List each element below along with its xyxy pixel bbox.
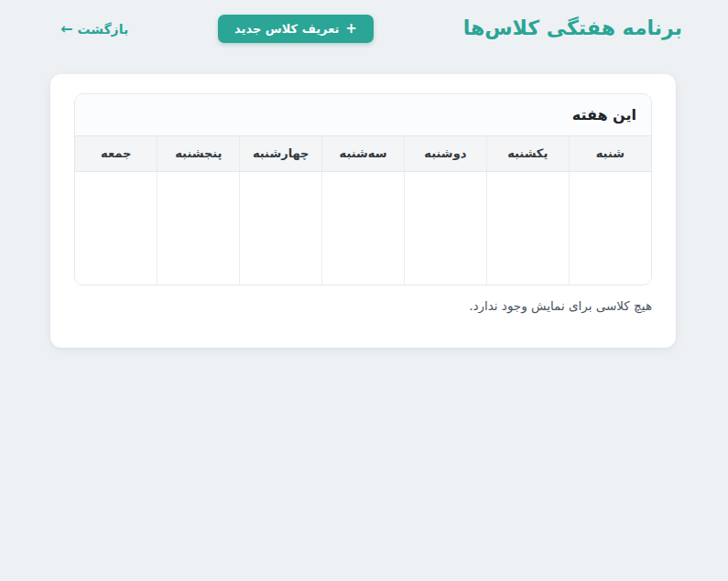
schedule-card: این هفته شنبه یکشنبه دوشنبه سه‌شنبه چهار…	[50, 74, 676, 348]
schedule-body-row	[75, 171, 651, 285]
page: { "colors": { "accent": "#2aa596", "page…	[0, 0, 728, 581]
day-cell-sunday	[486, 171, 569, 285]
day-header-saturday: شنبه	[569, 135, 651, 171]
day-cell-saturday	[569, 171, 651, 285]
page-title: برنامه هفتگی کلاس‌ها	[463, 15, 682, 43]
back-link[interactable]: بازگشت ←	[60, 22, 128, 37]
empty-message: هیچ کلاسی برای نمایش وجود ندارد.	[74, 298, 652, 313]
back-arrow-icon: ←	[60, 22, 72, 37]
plus-icon: +	[345, 22, 357, 36]
week-caption-row: این هفته	[75, 94, 651, 135]
days-header-row: شنبه یکشنبه دوشنبه سه‌شنبه چهارشنبه پنجش…	[75, 135, 651, 171]
day-header-monday: دوشنبه	[404, 135, 486, 171]
topbar: برنامه هفتگی کلاس‌ها + تعریف کلاس جدید ب…	[0, 0, 728, 43]
day-header-sunday: یکشنبه	[486, 135, 569, 171]
new-class-button[interactable]: + تعریف کلاس جدید	[218, 15, 374, 43]
schedule-table-wrapper: این هفته شنبه یکشنبه دوشنبه سه‌شنبه چهار…	[74, 93, 652, 285]
day-header-wednesday: چهارشنبه	[240, 135, 322, 171]
schedule-table: این هفته شنبه یکشنبه دوشنبه سه‌شنبه چهار…	[75, 94, 651, 285]
day-header-friday: جمعه	[75, 135, 158, 171]
day-cell-thursday	[158, 171, 240, 285]
back-link-label: بازگشت	[77, 22, 128, 37]
day-header-thursday: پنجشنبه	[158, 135, 240, 171]
new-class-button-label: تعریف کلاس جدید	[234, 22, 339, 36]
week-caption: این هفته	[75, 94, 651, 135]
day-header-tuesday: سه‌شنبه	[322, 135, 405, 171]
day-cell-friday	[75, 171, 158, 285]
day-cell-tuesday	[322, 171, 405, 285]
day-cell-wednesday	[240, 171, 322, 285]
day-cell-monday	[404, 171, 486, 285]
